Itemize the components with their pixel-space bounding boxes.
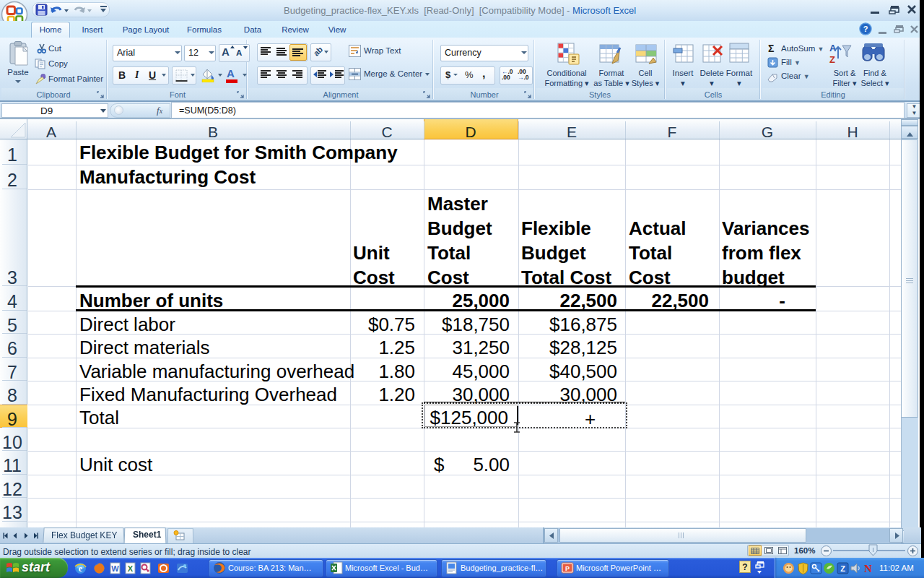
svg-text:A: A: [829, 43, 837, 53]
svg-text:N: N: [864, 563, 872, 574]
svg-text:P: P: [565, 565, 570, 572]
svg-text:e: e: [79, 564, 83, 574]
svg-text:Z: Z: [840, 564, 845, 573]
svg-text:?: ?: [863, 25, 868, 33]
svg-text:Z: Z: [829, 54, 835, 65]
svg-text:X: X: [128, 564, 134, 573]
svg-text:W: W: [111, 564, 119, 573]
